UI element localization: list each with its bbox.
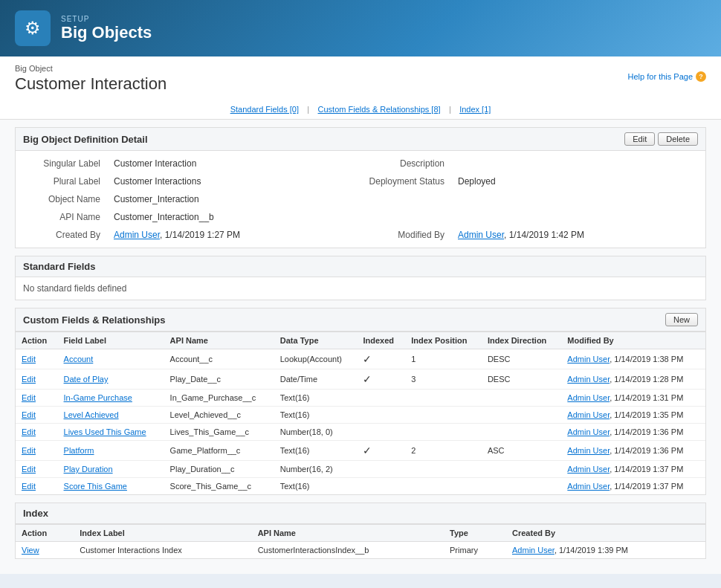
- modified-by-link[interactable]: Admin User: [458, 230, 504, 240]
- view-index-link[interactable]: View: [22, 546, 39, 555]
- modified-by-user-link[interactable]: Admin User: [567, 410, 610, 419]
- index-col-action: Action: [16, 525, 74, 542]
- row-field-label: Level Achieved: [58, 407, 164, 424]
- row-indexed: ✓: [357, 441, 405, 461]
- edit-field-link[interactable]: Edit: [22, 465, 36, 474]
- edit-button[interactable]: Edit: [624, 132, 655, 146]
- field-label-link[interactable]: Level Achieved: [64, 410, 119, 419]
- breadcrumb-area: Big Object Customer Interaction Help for…: [0, 56, 721, 120]
- index-created-by-link[interactable]: Admin User: [512, 546, 555, 555]
- modified-by-user-link[interactable]: Admin User: [567, 446, 610, 455]
- new-custom-field-button[interactable]: New: [665, 313, 698, 326]
- row-action: Edit: [16, 369, 58, 390]
- row-api-name: Score_This_Game__c: [164, 478, 274, 495]
- edit-field-link[interactable]: Edit: [22, 427, 36, 436]
- row-field-label: Lives Used This Game: [58, 424, 164, 441]
- field-label-link[interactable]: Date of Play: [64, 375, 109, 384]
- tab-index[interactable]: Index [1]: [459, 105, 491, 114]
- row-api-name: Play_Duration__c: [164, 461, 274, 478]
- col-data-type: Data Type: [274, 332, 358, 349]
- content-area: Big Object Definition Detail Edit Delete…: [0, 120, 721, 574]
- detail-row-api-name: API Name Customer_Interaction__b: [17, 209, 704, 225]
- page-title: Customer Interaction: [15, 74, 166, 94]
- index-row-api-name: CustomerInteractionsIndex__b: [252, 542, 444, 559]
- detail-row-singular: Singular Label Customer Interaction Desc…: [17, 155, 704, 172]
- edit-field-link[interactable]: Edit: [22, 482, 36, 491]
- custom-fields-table: Action Field Label API Name Data Type In…: [16, 332, 705, 494]
- field-label-link[interactable]: Score This Game: [64, 482, 127, 491]
- object-name-key: Object Name: [17, 191, 106, 207]
- row-action: Edit: [16, 478, 58, 495]
- created-by-link[interactable]: Admin User: [114, 230, 160, 240]
- help-link[interactable]: Help for this Page ?: [628, 64, 706, 82]
- modified-by-user-link[interactable]: Admin User: [567, 482, 610, 491]
- detail-row-plural: Plural Label Customer Interactions Deplo…: [17, 173, 704, 190]
- edit-field-link[interactable]: Edit: [22, 446, 36, 455]
- row-api-name: Account__c: [164, 349, 274, 369]
- delete-button[interactable]: Delete: [658, 132, 698, 146]
- row-index-direction: [482, 407, 561, 424]
- row-index-direction: [482, 478, 561, 495]
- field-label-link[interactable]: Account: [64, 355, 94, 364]
- row-index-position: [405, 390, 482, 407]
- tab-standard-fields[interactable]: Standard Fields [0]: [230, 105, 299, 114]
- index-row-created-by: Admin User, 1/14/2019 1:39 PM: [506, 542, 705, 559]
- row-modified-by: Admin User, 1/14/2019 1:28 PM: [561, 369, 705, 390]
- checkmark-icon: ✓: [363, 373, 372, 385]
- field-label-link[interactable]: Lives Used This Game: [64, 427, 146, 436]
- modified-by-user-link[interactable]: Admin User: [567, 465, 610, 474]
- table-row: View Customer Interactions Index Custome…: [16, 542, 705, 559]
- setup-label: SETUP: [61, 15, 152, 23]
- edit-field-link[interactable]: Edit: [22, 393, 36, 402]
- modified-by-user-link[interactable]: Admin User: [567, 393, 610, 402]
- field-label-link[interactable]: In-Game Purchase: [64, 393, 132, 402]
- singular-label-val: Customer Interaction: [108, 155, 360, 172]
- index-header-row: Action Index Label API Name Type Created…: [16, 525, 705, 542]
- row-indexed: ✓: [357, 349, 405, 369]
- custom-fields-title: Custom Fields & Relationships: [23, 314, 165, 326]
- modified-by-date: , 1/14/2019 1:42 PM: [504, 230, 584, 240]
- definition-section-header: Big Object Definition Detail Edit Delete: [16, 128, 705, 151]
- row-data-type: Text(16): [274, 478, 358, 495]
- row-data-type: Number(18, 0): [274, 424, 358, 441]
- row-data-type: Text(16): [274, 441, 358, 461]
- row-action: Edit: [16, 349, 58, 369]
- table-row: Edit In-Game Purchase In_Game_Purchase__…: [16, 390, 705, 407]
- edit-field-link[interactable]: Edit: [22, 410, 36, 419]
- field-label-link[interactable]: Platform: [64, 446, 94, 455]
- app-title: Big Objects: [61, 23, 152, 42]
- row-api-name: Game_Platform__c: [164, 441, 274, 461]
- checkmark-icon: ✓: [363, 353, 372, 365]
- row-index-direction: DESC: [482, 369, 561, 390]
- row-modified-by: Admin User, 1/14/2019 1:37 PM: [561, 478, 705, 495]
- table-row: Edit Date of Play Play_Date__c Date/Time…: [16, 369, 705, 390]
- modified-by-user-link[interactable]: Admin User: [567, 375, 610, 384]
- detail-row-object-name: Object Name Customer_Interaction: [17, 191, 704, 207]
- definition-section: Big Object Definition Detail Edit Delete…: [15, 127, 706, 248]
- description-val: [452, 155, 704, 172]
- index-table: Action Index Label API Name Type Created…: [16, 524, 705, 558]
- edit-field-link[interactable]: Edit: [22, 355, 36, 364]
- checkmark-icon: ✓: [363, 445, 372, 456]
- row-action: Edit: [16, 441, 58, 461]
- row-index-position: [405, 478, 482, 495]
- field-label-link[interactable]: Play Duration: [64, 465, 113, 474]
- index-col-label: Index Label: [74, 525, 251, 542]
- api-name-val: Customer_Interaction__b: [108, 209, 360, 225]
- index-section: Index Action Index Label API Name Type C…: [15, 503, 706, 559]
- index-col-type: Type: [444, 525, 506, 542]
- definition-actions: Edit Delete: [624, 132, 698, 146]
- row-action: Edit: [16, 461, 58, 478]
- row-data-type: Text(16): [274, 390, 358, 407]
- col-indexed: Indexed: [357, 332, 405, 349]
- edit-field-link[interactable]: Edit: [22, 375, 36, 384]
- standard-fields-no-data: No standard fields defined: [16, 277, 705, 300]
- row-field-label: Date of Play: [58, 369, 164, 390]
- index-section-title: Index: [23, 508, 48, 519]
- modified-by-user-link[interactable]: Admin User: [567, 355, 610, 364]
- row-data-type: Date/Time: [274, 369, 358, 390]
- col-index-position: Index Position: [405, 332, 482, 349]
- tab-custom-fields[interactable]: Custom Fields & Relationships [8]: [318, 105, 441, 114]
- row-indexed: ✓: [357, 369, 405, 390]
- modified-by-user-link[interactable]: Admin User: [567, 427, 610, 436]
